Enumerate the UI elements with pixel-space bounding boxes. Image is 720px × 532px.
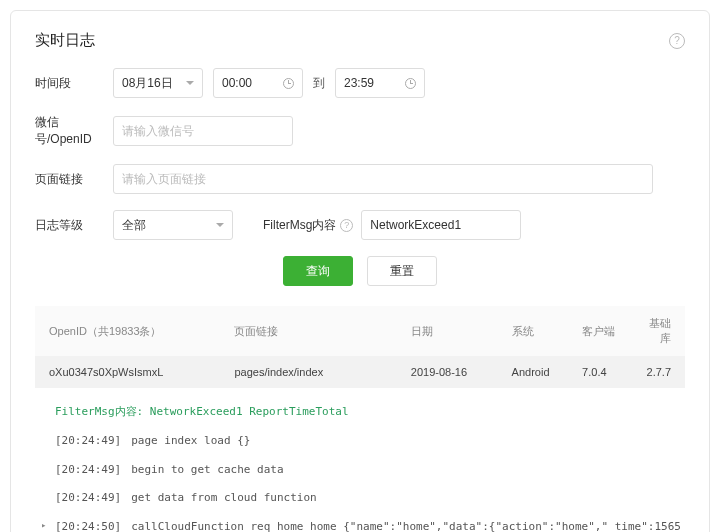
cell-lib: 2.7.7 (635, 356, 685, 388)
label-openid: 微信号/OpenID (35, 114, 113, 148)
filter-msg-input[interactable]: NetworkExceed1 (361, 210, 521, 240)
results-table: OpenID（共19833条） 页面链接 日期 系统 客户端 基础库 oXu03… (35, 306, 685, 388)
log-message: page index load {} (131, 433, 250, 450)
cell-openid: oXu0347s0XpWsIsmxL (35, 356, 226, 388)
log-line: [20:24:49]begin to get cache data (35, 456, 685, 485)
log-timestamp: [20:24:49] (55, 490, 121, 507)
filter-msg-value: NetworkExceed1 (370, 218, 461, 232)
log-line: [20:24:49]page index load {} (35, 427, 685, 456)
cell-page: pages/index/index (226, 356, 402, 388)
realtime-log-panel: 实时日志 ? 时间段 08月16日 00:00 到 23:59 微信号/Open… (10, 10, 710, 532)
th-page: 页面链接 (226, 306, 402, 356)
clock-icon (283, 78, 294, 89)
log-line[interactable]: [20:24:50]callCloudFunction req home hom… (35, 513, 685, 533)
cell-client: 7.0.4 (574, 356, 634, 388)
table-header-row: OpenID（共19833条） 页面链接 日期 系统 客户端 基础库 (35, 306, 685, 356)
log-line: [20:24:49]get data from cloud function (35, 484, 685, 513)
th-lib: 基础库 (635, 306, 685, 356)
row-page-link: 页面链接 请输入页面链接 (35, 164, 685, 194)
log-timestamp: [20:24:49] (55, 462, 121, 479)
th-openid: OpenID（共19833条） (35, 306, 226, 356)
row-log-level: 日志等级 全部 FilterMsg内容 ? NetworkExceed1 (35, 210, 685, 240)
clock-icon (405, 78, 416, 89)
time-to-input[interactable]: 23:59 (335, 68, 425, 98)
log-level-value: 全部 (122, 217, 146, 234)
panel-header: 实时日志 ? (35, 31, 685, 50)
log-message: callCloudFunction req home home {"name":… (131, 519, 681, 533)
row-openid: 微信号/OpenID 请输入微信号 (35, 114, 685, 148)
date-value: 08月16日 (122, 75, 173, 92)
reset-button[interactable]: 重置 (367, 256, 437, 286)
time-from-input[interactable]: 00:00 (213, 68, 303, 98)
th-date: 日期 (403, 306, 504, 356)
button-row: 查询 重置 (35, 256, 685, 286)
page-link-placeholder: 请输入页面链接 (122, 171, 206, 188)
time-to-value: 23:59 (344, 76, 374, 90)
log-level-select[interactable]: 全部 (113, 210, 233, 240)
help-icon[interactable]: ? (669, 33, 685, 49)
label-log-level: 日志等级 (35, 217, 113, 234)
log-message: get data from cloud function (131, 490, 316, 507)
log-timestamp: [20:24:50] (55, 519, 121, 533)
th-client: 客户端 (574, 306, 634, 356)
page-link-input[interactable]: 请输入页面链接 (113, 164, 653, 194)
table-row[interactable]: oXu0347s0XpWsIsmxL pages/index/index 201… (35, 356, 685, 388)
time-from-value: 00:00 (222, 76, 252, 90)
help-icon[interactable]: ? (340, 219, 353, 232)
chevron-down-icon (186, 81, 194, 85)
cell-system: Android (504, 356, 575, 388)
chevron-down-icon (216, 223, 224, 227)
log-message: begin to get cache data (131, 462, 283, 479)
row-time-range: 时间段 08月16日 00:00 到 23:59 (35, 68, 685, 98)
label-page-link: 页面链接 (35, 171, 113, 188)
openid-input[interactable]: 请输入微信号 (113, 116, 293, 146)
label-filter-msg: FilterMsg内容 ? (263, 217, 353, 234)
log-timestamp: [20:24:49] (55, 433, 121, 450)
query-button[interactable]: 查询 (283, 256, 353, 286)
openid-placeholder: 请输入微信号 (122, 123, 194, 140)
log-detail: FilterMsg内容: NetworkExceed1 ReportTimeTo… (35, 396, 685, 532)
cell-date: 2019-08-16 (403, 356, 504, 388)
date-select[interactable]: 08月16日 (113, 68, 203, 98)
filter-msg-line: FilterMsg内容: NetworkExceed1 ReportTimeTo… (35, 396, 685, 427)
label-to: 到 (313, 75, 325, 92)
th-system: 系统 (504, 306, 575, 356)
page-title: 实时日志 (35, 31, 95, 50)
label-time-range: 时间段 (35, 75, 113, 92)
